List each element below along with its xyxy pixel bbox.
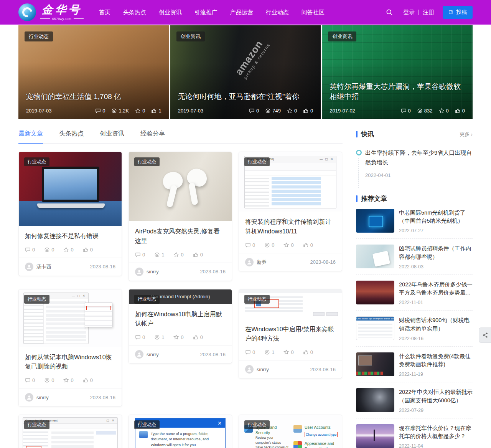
feed-tabs: 最新文章 头条热点 创业资讯 经验分享	[18, 130, 343, 144]
avatar[interactable]	[245, 365, 254, 374]
header-actions: 登录 注册 投稿	[386, 6, 473, 19]
hero-slide-intel[interactable]: 创业资讯 英特尔再爆重大芯片漏洞，苹果谷歌微软相继中招 2019-07-02 0…	[322, 25, 473, 119]
category-badge[interactable]: 行业动态	[244, 295, 270, 304]
hero-title: 宠物们的幸福生活值 1,708 亿	[26, 92, 161, 102]
article-title[interactable]: 如何修复连接不是私有错误	[25, 231, 115, 241]
avatar[interactable]	[25, 263, 33, 271]
article-image[interactable]: Run ✕ Type the name of a program, folder…	[129, 415, 232, 448]
recommended-item[interactable]: China Market Top5 Smartphone Brands' Sal…	[356, 311, 473, 347]
category-badge[interactable]: 创业资讯	[176, 31, 205, 41]
nav-item-home[interactable]: 首页	[99, 9, 110, 16]
search-icon[interactable]	[386, 8, 393, 16]
article-image[interactable]: 行业动态	[129, 152, 232, 221]
restore-highlight	[86, 306, 111, 310]
article-title[interactable]: 将安装的程序和文件传输到新计算机Windows10/11	[245, 217, 336, 236]
avatar[interactable]	[245, 258, 254, 266]
tab-experience[interactable]: 经验分享	[140, 130, 165, 143]
article-image[interactable]: 行业动态	[19, 152, 122, 226]
article-image[interactable]: — ▢ ✕ 行业动态	[19, 289, 122, 347]
sidebar: 快讯 更多 › 出生率持续下降，去年至少9省人口出现自然负增长 2022-04-…	[356, 130, 473, 448]
run-dialog-icon	[139, 431, 148, 438]
news-text[interactable]: 出生率持续下降，去年至少9省人口出现自然负增长	[365, 148, 473, 167]
mgmt-user-list	[51, 431, 94, 448]
article-title[interactable]: 如何在Windows10电脑上启用默认帐户	[135, 310, 226, 329]
article-image[interactable]: System and Security Review your computer…	[239, 415, 342, 448]
eye-icon	[264, 349, 270, 355]
article-date: 2023-08-16	[200, 352, 226, 357]
hero-slide-pets[interactable]: 行业动态 宠物们的幸福生活值 1,708 亿 2019-07-03 0 1.2K…	[18, 25, 169, 119]
avatar[interactable]	[25, 393, 33, 402]
recommended-item-title[interactable]: 2022年乌鲁木齐房价多少钱一平方及乌鲁木齐房价走势最...	[399, 281, 473, 298]
recommended-item[interactable]: 2022年中央对恒大的最新批示（国家支持恒大6000亿） 2022-07-29	[356, 382, 473, 418]
recommended-item-title[interactable]: 现在摩托车什么价位？现在摩托车的价格大概都是多少？	[399, 424, 473, 441]
recommended-item[interactable]: 2022年乌鲁木齐房价多少钱一平方及乌鲁木齐房价走势最... 2022-11-0…	[356, 275, 473, 311]
article-title[interactable]: 如何从笔记本电脑Windows10恢复已删除的视频	[25, 353, 115, 372]
share-button[interactable]	[479, 327, 491, 343]
post-button[interactable]: 投稿	[443, 6, 473, 19]
recommended-item-title[interactable]: 2022年中央对恒大的最新批示（国家支持恒大6000亿）	[399, 388, 473, 405]
avatar[interactable]	[135, 268, 143, 276]
author-name[interactable]: sinrry	[257, 367, 269, 372]
article-title[interactable]: 在Windows10中启用/禁用来宾帐户的4种方法	[245, 325, 336, 344]
article-image[interactable]: 行业动态	[239, 289, 342, 319]
category-badge[interactable]: 创业资讯	[328, 31, 356, 41]
category-badge[interactable]: 行业动态	[134, 295, 160, 304]
recommended-item[interactable]: 凶宅试睡员招聘条件（工作内容都有哪些呢） 2022-08-03	[356, 239, 473, 275]
article-image[interactable]: Computer Management— ▢ ✕ 行业动态	[19, 415, 122, 448]
author-name[interactable]: 新券	[257, 259, 267, 266]
recommended-item-title[interactable]: 什么软件看动漫免费(4款最佳免费动画软件推荐)	[399, 352, 473, 369]
tab-latest[interactable]: 最新文章	[18, 130, 43, 144]
share-icon	[482, 332, 488, 338]
comment-icon	[25, 377, 31, 383]
hero-caption: 宠物们的幸福生活值 1,708 亿 2019-07-03 0 1.2K 0 1	[18, 92, 169, 119]
tab-hot[interactable]: 头条热点	[59, 130, 84, 143]
article-image[interactable]: Command Prompt (Admin) 行业动态	[129, 289, 232, 304]
hero-title: 无论何时何地，亚马逊都在“注视”着你	[178, 92, 313, 102]
category-badge[interactable]: 行业动态	[244, 157, 270, 166]
hero-meta: 2019-07-03 0 749 0 0	[178, 108, 313, 114]
likes-stat: 1	[151, 108, 161, 114]
nav-item-hot[interactable]: 头条热点	[123, 9, 146, 16]
category-badge[interactable]: 行业动态	[134, 420, 160, 429]
views-stat: 832	[417, 108, 433, 114]
comment-icon	[245, 242, 251, 248]
recommended-item-title[interactable]: 中芯国际5nm光刻机到货了（中国首台5纳米光刻机）	[399, 209, 473, 226]
article-title[interactable]: AirPods麦克风突然失灵,修复看这里	[135, 227, 226, 246]
avatar[interactable]	[135, 350, 143, 359]
category-badge[interactable]: 行业动态	[25, 31, 53, 41]
hero-caption: 无论何时何地，亚马逊都在“注视”着你 2019-07-03 0 749 0 0	[170, 92, 321, 119]
recommended-item[interactable]: 什么软件看动漫免费(4款最佳免费动画软件推荐) 2022-11-19	[356, 347, 473, 383]
eye-icon	[417, 108, 423, 114]
category-badge[interactable]: 行业动态	[134, 157, 160, 166]
hero-slide-amazon[interactable]: 创业资讯 amazonpickup & returns 无论何时何地，亚马逊都在…	[170, 25, 321, 119]
article-feed: 最新文章 头条热点 创业资讯 经验分享 行业动态 如何修复连接不是私有错误 0 …	[18, 130, 343, 448]
site-logo[interactable]: 金华号 0579wy.com	[18, 3, 84, 21]
article-card: 行业动态 AirPods麦克风突然失灵,修复看这里 0 1 0 0 sinrry…	[129, 152, 232, 281]
article-image[interactable]: Program Files (x86)— ▢ ✕ 行业动态	[239, 152, 342, 212]
card-body: 如何在Windows10电脑上启用默认帐户 0 1 0 0	[129, 304, 232, 346]
category-badge[interactable]: 行业动态	[244, 420, 270, 429]
category-badge[interactable]: 行业动态	[24, 157, 49, 166]
author-name[interactable]: sinrry	[36, 395, 49, 400]
author-name[interactable]: 汤卡西	[36, 263, 51, 270]
nav-item-startup[interactable]: 创业资讯	[159, 9, 182, 16]
eye-icon	[44, 377, 50, 383]
recommended-item[interactable]: 中芯国际5nm光刻机到货了（中国首台5纳米光刻机） 2022-07-27	[356, 203, 473, 239]
more-link[interactable]: 更多 ›	[460, 131, 473, 138]
category-badge[interactable]: 行业动态	[24, 420, 49, 429]
recommended-item-title[interactable]: 凶宅试睡员招聘条件（工作内容都有哪些呢）	[399, 245, 473, 261]
register-link[interactable]: 注册	[423, 9, 434, 16]
recommended-item-title[interactable]: 财税销售话术900句（财税电销话术简单实用）	[399, 316, 473, 333]
nav-item-operation[interactable]: 产品运营	[230, 9, 253, 16]
author-name[interactable]: sinrry	[147, 269, 159, 274]
tab-startup[interactable]: 创业资讯	[100, 130, 124, 143]
category-badge[interactable]: 行业动态	[24, 295, 49, 304]
recommended-item-date: 2022-07-29	[399, 408, 473, 413]
login-link[interactable]: 登录	[403, 9, 415, 16]
nav-item-qa[interactable]: 问答社区	[302, 9, 325, 16]
nav-item-promotion[interactable]: 引流推广	[194, 9, 217, 16]
nav-item-industry[interactable]: 行业动态	[266, 9, 289, 16]
news-item[interactable]: 出生率持续下降，去年至少9省人口出现自然负增长 2022-04-01	[356, 148, 473, 178]
recommended-item[interactable]: 现在摩托车什么价位？现在摩托车的价格大概都是多少？ 2022-11-04	[356, 418, 473, 448]
author-name[interactable]: sinrry	[147, 352, 159, 357]
